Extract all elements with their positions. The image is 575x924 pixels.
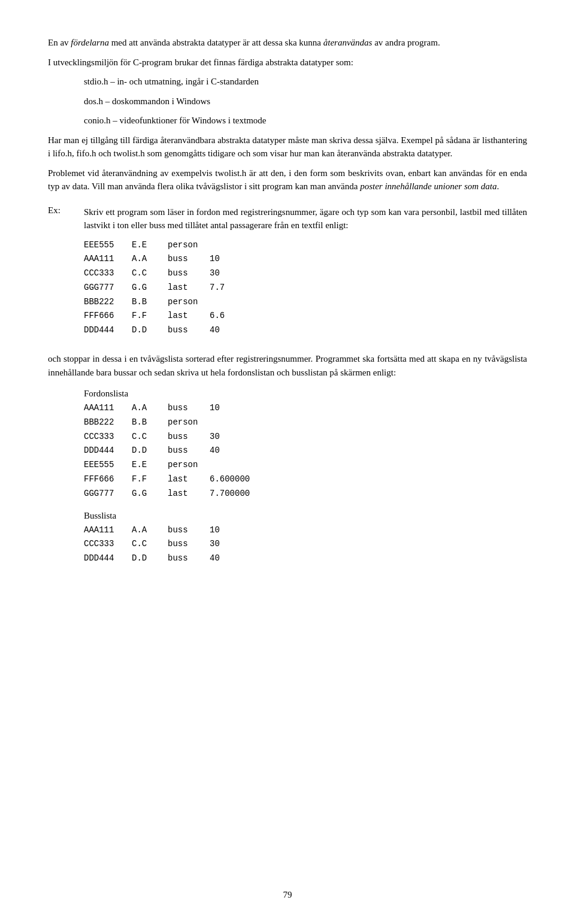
- cell-value: [210, 416, 258, 430]
- cell-type: buss: [168, 552, 210, 566]
- cell-owner: D.D: [132, 323, 168, 338]
- cell-owner: D.D: [132, 444, 168, 458]
- cell-value: 6.600000: [210, 472, 258, 487]
- stdlib-item-2: dos.h – doskommandon i Windows: [84, 95, 527, 108]
- cell-reg: BBB222: [84, 416, 132, 430]
- table-row: AAA111 A.A buss 10: [84, 523, 527, 538]
- cell-value: 7.700000: [210, 487, 258, 501]
- paragraph-5: Problemet vid återanvändning av exempelv…: [48, 166, 527, 193]
- cell-value: 10: [210, 252, 258, 266]
- cell-type: last: [168, 281, 210, 295]
- busslista-table: AAA111 A.A buss 10 CCC333 C.C buss 30 DD…: [84, 523, 527, 566]
- page-number: 79: [283, 890, 292, 900]
- cell-reg: DDD444: [84, 552, 132, 566]
- stdlib-item-3: conio.h – videofunktioner för Windows i …: [84, 114, 527, 128]
- table-row: EEE555 E.E person: [84, 458, 527, 472]
- cell-owner: A.A: [132, 523, 168, 538]
- cell-reg: AAA111: [84, 401, 132, 416]
- cell-type: person: [168, 458, 210, 472]
- cell-type: buss: [168, 537, 210, 552]
- cell-reg: GGG777: [84, 281, 132, 295]
- cell-owner: G.G: [132, 281, 168, 295]
- cell-type: buss: [168, 430, 210, 444]
- cell-reg: CCC333: [84, 537, 132, 552]
- table-row: DDD444 D.D buss 40: [84, 323, 527, 338]
- cell-value: 10: [210, 401, 258, 416]
- cell-type: buss: [168, 266, 210, 281]
- cell-owner: C.C: [132, 430, 168, 444]
- table-row: AAA111 A.A buss 10: [84, 252, 527, 266]
- stdlib-item-1: stdio.h – in- och utmatning, ingår i C-s…: [84, 75, 527, 89]
- table-row: AAA111 A.A buss 10: [84, 401, 527, 416]
- cell-reg: GGG777: [84, 487, 132, 501]
- cell-owner: G.G: [132, 487, 168, 501]
- table-row: BBB222 B.B person: [84, 295, 527, 310]
- cell-type: last: [168, 487, 210, 501]
- cell-value: 7.7: [210, 281, 258, 295]
- ex-content: Skriv ett program som läser in fordon me…: [84, 205, 527, 341]
- cell-type: buss: [168, 252, 210, 266]
- table-row: FFF666 F.F last 6.600000: [84, 472, 527, 487]
- ex-text: Skriv ett program som läser in fordon me…: [84, 205, 527, 232]
- cell-type: person: [168, 295, 210, 310]
- cell-owner: D.D: [132, 552, 168, 566]
- cell-value: [210, 238, 258, 253]
- cell-value: 40: [210, 552, 258, 566]
- cell-owner: C.C: [132, 266, 168, 281]
- cell-type: last: [168, 309, 210, 323]
- cell-value: 30: [210, 537, 258, 552]
- input-data-table: EEE555 E.E person AAA111 A.A buss 10 CCC…: [84, 238, 527, 338]
- cell-value: 6.6: [210, 309, 258, 323]
- stdlib-list: stdio.h – in- och utmatning, ingår i C-s…: [84, 75, 527, 128]
- table-row: FFF666 F.F last 6.6: [84, 309, 527, 323]
- cell-type: last: [168, 472, 210, 487]
- table-row: BBB222 B.B person: [84, 416, 527, 430]
- paragraph-2: I utvecklingsmiljön för C-program brukar…: [48, 56, 527, 69]
- cell-type: buss: [168, 523, 210, 538]
- cell-reg: DDD444: [84, 323, 132, 338]
- cell-owner: E.E: [132, 458, 168, 472]
- ex-label: Ex:: [48, 205, 84, 341]
- fordonslista-section: Fordonslista AAA111 A.A buss 10 BBB222 B…: [84, 389, 527, 566]
- cell-owner: A.A: [132, 401, 168, 416]
- busslista-title: Busslista: [84, 511, 527, 521]
- cell-owner: C.C: [132, 537, 168, 552]
- cell-reg: EEE555: [84, 238, 132, 253]
- table-row: GGG777 G.G last 7.7: [84, 281, 527, 295]
- cell-owner: F.F: [132, 472, 168, 487]
- cell-owner: A.A: [132, 252, 168, 266]
- cell-type: buss: [168, 444, 210, 458]
- cell-owner: B.B: [132, 416, 168, 430]
- cell-value: 30: [210, 430, 258, 444]
- cell-reg: FFF666: [84, 309, 132, 323]
- table-row: DDD444 D.D buss 40: [84, 444, 527, 458]
- table-row: CCC333 C.C buss 30: [84, 537, 527, 552]
- cell-value: 40: [210, 444, 258, 458]
- example-section: Ex: Skriv ett program som läser in fordo…: [48, 205, 527, 341]
- fordonslista-title: Fordonslista: [84, 389, 527, 399]
- paragraph-6: och stoppar in dessa i en tvåvägslista s…: [48, 352, 527, 379]
- table-row: CCC333 C.C buss 30: [84, 266, 527, 281]
- table-row: GGG777 G.G last 7.700000: [84, 487, 527, 501]
- table-row: CCC333 C.C buss 30: [84, 430, 527, 444]
- cell-value: 40: [210, 323, 258, 338]
- cell-reg: CCC333: [84, 430, 132, 444]
- cell-type: person: [168, 238, 210, 253]
- cell-value: 30: [210, 266, 258, 281]
- cell-owner: B.B: [132, 295, 168, 310]
- cell-reg: DDD444: [84, 444, 132, 458]
- fordonslista-table: AAA111 A.A buss 10 BBB222 B.B person CCC…: [84, 401, 527, 501]
- cell-value: [210, 458, 258, 472]
- cell-value: 10: [210, 523, 258, 538]
- cell-reg: FFF666: [84, 472, 132, 487]
- cell-type: buss: [168, 323, 210, 338]
- cell-reg: AAA111: [84, 523, 132, 538]
- cell-reg: EEE555: [84, 458, 132, 472]
- cell-type: person: [168, 416, 210, 430]
- cell-type: buss: [168, 401, 210, 416]
- cell-owner: E.E: [132, 238, 168, 253]
- table-row: EEE555 E.E person: [84, 238, 527, 253]
- table-row: DDD444 D.D buss 40: [84, 552, 527, 566]
- cell-reg: BBB222: [84, 295, 132, 310]
- cell-reg: AAA111: [84, 252, 132, 266]
